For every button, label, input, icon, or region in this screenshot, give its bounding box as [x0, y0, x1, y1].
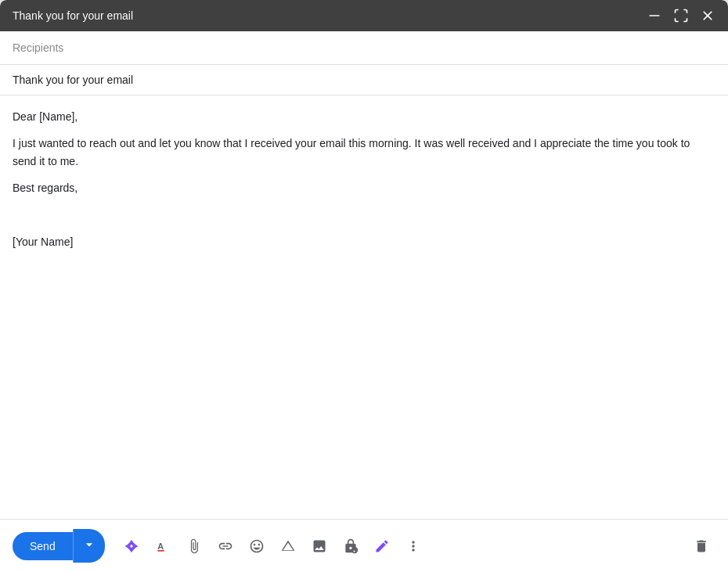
title-bar: Thank you for your email — [0, 0, 728, 31]
expand-icon[interactable] — [673, 8, 689, 23]
compose-toolbar: Send A — [0, 519, 728, 572]
title-bar-controls — [647, 8, 715, 23]
link-icon[interactable] — [211, 532, 240, 560]
emoji-icon[interactable] — [243, 532, 271, 560]
delete-icon[interactable] — [687, 532, 715, 560]
text-format-icon[interactable]: A — [149, 532, 177, 560]
subject-row[interactable]: Thank you for your email — [0, 65, 728, 95]
more-options-icon[interactable] — [399, 532, 427, 560]
recipients-placeholder: Recipients — [13, 41, 63, 54]
svg-text:+: + — [353, 548, 356, 552]
minimize-icon[interactable] — [647, 8, 662, 23]
send-button[interactable]: Send — [13, 532, 73, 560]
svg-text:A: A — [157, 541, 164, 551]
lock-icon[interactable]: + — [337, 532, 365, 560]
body-paragraph: I just wanted to reach out and let you k… — [13, 135, 715, 170]
body-signature: [Your Name] — [13, 233, 715, 250]
photo-icon[interactable] — [305, 532, 333, 560]
compose-title: Thank you for your email — [13, 9, 133, 22]
drive-icon[interactable] — [274, 532, 302, 560]
signature-icon[interactable] — [368, 532, 396, 560]
send-dropdown-button[interactable] — [73, 529, 105, 563]
email-body[interactable]: Dear [Name], I just wanted to reach out … — [0, 95, 728, 519]
close-icon[interactable] — [700, 8, 715, 23]
recipients-row[interactable]: Recipients — [0, 31, 728, 65]
compose-window: Thank you for your email Recipients Than… — [0, 0, 728, 572]
subject-text: Thank you for your email — [13, 74, 133, 86]
svg-point-1 — [130, 545, 132, 547]
svg-rect-0 — [649, 15, 659, 16]
send-button-group: Send — [13, 529, 105, 563]
attachment-icon[interactable] — [180, 532, 208, 560]
svg-rect-3 — [157, 550, 164, 552]
body-closing: Best regards, — [13, 179, 715, 196]
ai-icon[interactable] — [117, 532, 146, 560]
body-greeting: Dear [Name], — [13, 108, 715, 125]
